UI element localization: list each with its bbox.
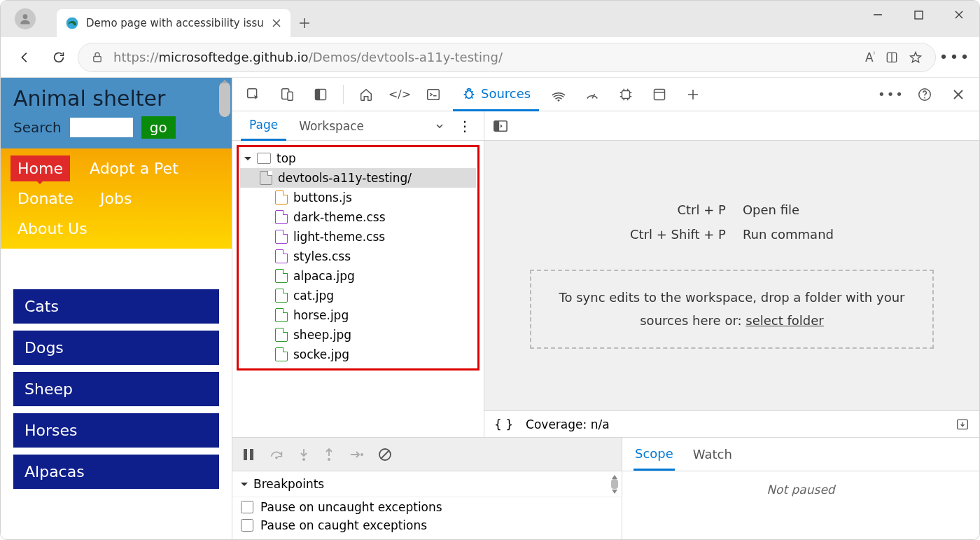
tree-file[interactable]: socke.jpg <box>240 345 476 364</box>
page-scrollbar[interactable] <box>219 82 230 117</box>
page-tab[interactable]: Page <box>241 111 286 141</box>
toggle-navigator-icon[interactable] <box>493 119 508 133</box>
tree-file[interactable]: styles.css <box>240 247 476 266</box>
list-alpacas[interactable]: Alpacas <box>13 455 219 489</box>
svg-rect-21 <box>250 449 253 460</box>
devtools-menu[interactable]: ••• <box>877 81 905 109</box>
editor-placeholder: Ctrl + P Open file Ctrl + Shift + P Run … <box>484 141 979 410</box>
nav-home[interactable]: Home <box>10 155 70 181</box>
debugger-controls <box>232 438 622 471</box>
refresh-button[interactable] <box>44 43 74 72</box>
run-cmd-label: Run command <box>743 227 834 242</box>
console-icon[interactable] <box>419 81 447 109</box>
dock-icon[interactable] <box>307 81 335 109</box>
tree-file[interactable]: sheep.jpg <box>240 325 476 345</box>
file-icon <box>275 328 288 342</box>
welcome-icon[interactable] <box>352 81 380 109</box>
profile-avatar[interactable] <box>15 8 36 29</box>
reader-icon[interactable] <box>885 50 899 64</box>
sources-more-icon[interactable]: ⋮ <box>454 118 475 134</box>
svg-point-0 <box>23 14 28 19</box>
tree-file[interactable]: alpaca.jpg <box>240 266 476 286</box>
pretty-print-icon[interactable]: { } <box>494 417 513 431</box>
favorite-icon[interactable] <box>909 50 923 64</box>
watch-tab[interactable]: Watch <box>692 439 734 469</box>
tree-top[interactable]: top <box>240 148 476 168</box>
select-folder-link[interactable]: select folder <box>746 313 823 328</box>
svg-rect-10 <box>428 89 440 99</box>
list-horses[interactable]: Horses <box>13 413 219 448</box>
debugger-panel: Breakpoints Pause on uncaught exceptions… <box>232 437 979 539</box>
performance-icon[interactable] <box>578 81 606 109</box>
step-icon[interactable] <box>349 449 364 460</box>
new-tab-button[interactable] <box>290 9 318 37</box>
browser-tab[interactable]: Demo page with accessibility issu <box>57 9 290 37</box>
tree-root[interactable]: devtools-a11y-testing/ <box>240 168 476 188</box>
tree-file[interactable]: buttons.js <box>240 188 476 207</box>
file-icon <box>275 191 288 205</box>
nav-adopt[interactable]: Adopt a Pet <box>83 155 186 181</box>
window-controls <box>858 1 979 29</box>
back-button[interactable] <box>10 43 40 72</box>
tree-file[interactable]: cat.jpg <box>240 286 476 305</box>
download-icon[interactable] <box>955 418 969 431</box>
maximize-button[interactable] <box>898 1 939 29</box>
file-tree: top devtools-a11y-testing/ buttons.jsdar… <box>232 141 484 437</box>
tree-file[interactable]: horse.jpg <box>240 305 476 325</box>
elements-icon[interactable]: </> <box>386 81 414 109</box>
address-bar[interactable]: https://microsoftedge.github.io/Demos/de… <box>78 43 936 72</box>
svg-point-22 <box>275 456 278 459</box>
svg-rect-9 <box>316 89 321 99</box>
deactivate-breakpoints-icon[interactable] <box>378 448 392 462</box>
list-sheep[interactable]: Sheep <box>13 372 219 406</box>
close-button[interactable] <box>939 1 979 29</box>
file-icon <box>275 347 288 361</box>
step-into-icon[interactable] <box>298 448 309 462</box>
step-over-icon[interactable] <box>269 448 284 461</box>
help-icon[interactable] <box>911 81 939 109</box>
nav-jobs[interactable]: Jobs <box>93 186 139 212</box>
svg-rect-7 <box>288 92 293 100</box>
application-icon[interactable] <box>645 81 673 109</box>
device-icon[interactable] <box>273 81 301 109</box>
lock-icon <box>91 51 104 64</box>
menu-button[interactable]: ••• <box>940 43 969 72</box>
run-cmd-key: Ctrl + Shift + P <box>630 227 726 242</box>
svg-point-23 <box>302 458 305 461</box>
pause-button[interactable] <box>242 448 255 462</box>
tree-file[interactable]: light-theme.css <box>240 227 476 247</box>
coverage-text: Coverage: n/a <box>526 417 610 431</box>
workspace-tab[interactable]: Workspace <box>290 111 450 141</box>
list-dogs[interactable]: Dogs <box>13 331 219 365</box>
inspect-icon[interactable] <box>239 81 267 109</box>
go-button[interactable]: go <box>141 116 176 139</box>
highlight-box: top devtools-a11y-testing/ buttons.jsdar… <box>237 145 479 371</box>
minimize-button[interactable] <box>858 1 898 29</box>
svg-rect-18 <box>494 120 499 131</box>
svg-point-25 <box>360 453 363 456</box>
devtools: </> Sources ••• Page Workspace <box>232 78 979 539</box>
scope-watch-tabs: Scope Watch <box>622 438 979 471</box>
memory-icon[interactable] <box>612 81 640 109</box>
scope-tab[interactable]: Scope <box>634 438 675 471</box>
tree-file[interactable]: dark-theme.css <box>240 207 476 227</box>
step-out-icon[interactable] <box>323 448 335 462</box>
workspace-dropzone[interactable]: To sync edits to the workspace, drop a f… <box>530 270 934 349</box>
list-cats[interactable]: Cats <box>13 289 219 324</box>
network-icon[interactable] <box>545 81 573 109</box>
scrollbar[interactable] <box>610 474 619 494</box>
pause-uncaught-checkbox[interactable]: Pause on uncaught exceptions <box>241 500 613 514</box>
svg-point-12 <box>558 99 560 101</box>
more-tabs-icon[interactable] <box>679 81 707 109</box>
svg-rect-2 <box>915 11 923 19</box>
file-icon <box>275 289 288 303</box>
breakpoints-header[interactable]: Breakpoints <box>232 471 622 497</box>
nav-about[interactable]: About Us <box>10 216 94 242</box>
pause-caught-checkbox[interactable]: Pause on caught exceptions <box>241 518 613 532</box>
read-aloud-icon[interactable]: A⁾ <box>865 50 875 64</box>
sources-tab[interactable]: Sources <box>453 78 539 111</box>
svg-point-24 <box>328 458 330 461</box>
devtools-close-icon[interactable] <box>944 81 972 109</box>
close-tab-icon[interactable] <box>271 18 282 29</box>
search-input[interactable] <box>70 118 133 137</box>
